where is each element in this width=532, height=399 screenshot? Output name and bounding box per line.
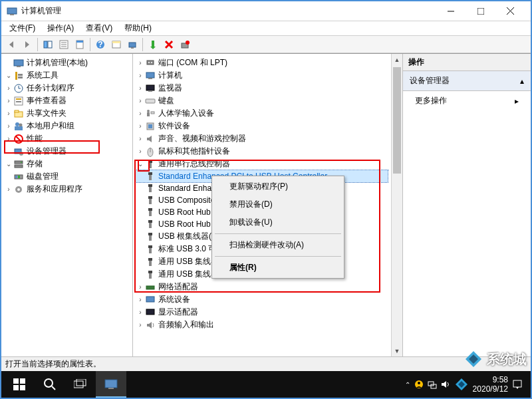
dev-software[interactable]: ›软件设备 xyxy=(136,120,388,132)
svg-rect-29 xyxy=(17,66,21,67)
dev-ports[interactable]: ›端口 (COM 和 LPT) xyxy=(136,57,388,69)
menu-help[interactable]: 帮助(H) xyxy=(119,21,157,35)
svg-rect-88 xyxy=(148,258,152,261)
tree-performance[interactable]: ›性能 xyxy=(4,132,130,145)
dev-keyboard[interactable]: ›键盘 xyxy=(136,94,388,107)
scrollbar[interactable]: ▲ ▼ xyxy=(391,54,402,356)
svg-rect-38 xyxy=(16,101,21,102)
start-button[interactable] xyxy=(4,371,35,398)
tree-system-tools[interactable]: ⌄系统工具 xyxy=(4,69,130,82)
dev-system[interactable]: ›系统设备 xyxy=(136,293,388,306)
dev-monitor[interactable]: ›监视器 xyxy=(136,82,388,94)
dev-audio[interactable]: ›音频输入和输出 xyxy=(136,319,388,331)
minimize-button[interactable] xyxy=(436,2,466,21)
tree-device-manager[interactable]: 设备管理器 xyxy=(4,145,130,158)
menu-view[interactable]: 查看(V) xyxy=(80,21,118,35)
scan-hardware-button[interactable] xyxy=(125,37,140,52)
tree-task-scheduler[interactable]: ›任务计划程序 xyxy=(4,82,130,94)
forward-button[interactable] xyxy=(20,37,35,52)
disable-button[interactable] xyxy=(162,37,176,52)
app-icon xyxy=(7,6,17,17)
svg-rect-99 xyxy=(20,385,25,390)
help-button[interactable]: ? xyxy=(93,37,108,52)
svg-rect-28 xyxy=(14,60,23,66)
ctx-properties[interactable]: 属性(R) xyxy=(213,259,342,277)
svg-rect-49 xyxy=(15,165,23,168)
svg-rect-32 xyxy=(18,76,23,78)
enable-button[interactable] xyxy=(146,37,160,52)
tree-shared-folders[interactable]: ›共享文件夹 xyxy=(4,107,130,120)
properties-button[interactable] xyxy=(57,37,71,52)
ctx-scan-hardware[interactable]: 扫描检测硬件改动(A) xyxy=(213,236,342,254)
taskbar: ⌃ 9:58 2020/9/12 xyxy=(1,371,531,398)
dev-hid[interactable]: ›人体学输入设备 xyxy=(136,107,388,120)
svg-marker-114 xyxy=(516,387,519,389)
svg-rect-92 xyxy=(146,286,154,289)
svg-rect-82 xyxy=(148,220,152,223)
svg-rect-85 xyxy=(149,235,152,241)
scroll-thumb[interactable] xyxy=(393,67,401,174)
tree-services-apps[interactable]: ›服务和应用程序 xyxy=(4,183,130,196)
search-button[interactable] xyxy=(35,371,65,398)
actions-section[interactable]: 设备管理器 ▴ xyxy=(403,71,531,91)
dev-sound[interactable]: ›声音、视频和游戏控制器 xyxy=(136,132,388,145)
svg-rect-86 xyxy=(148,245,152,248)
menu-file[interactable]: 文件(F) xyxy=(4,21,41,35)
svg-marker-69 xyxy=(147,136,152,142)
task-view-button[interactable] xyxy=(65,371,96,398)
menu-action[interactable]: 操作(A) xyxy=(42,21,79,35)
main-area: 计算机管理(本地) ⌄系统工具 ›任务计划程序 ›事件查看器 ›共享文件夹 ›本… xyxy=(1,53,531,356)
scroll-up-icon[interactable]: ▲ xyxy=(392,54,402,65)
svg-rect-105 xyxy=(108,388,114,389)
collapse-icon[interactable]: ▴ xyxy=(520,76,524,86)
tray-network-icon[interactable] xyxy=(428,380,437,389)
tray-up-icon[interactable]: ⌃ xyxy=(405,381,410,388)
scroll-down-icon[interactable]: ▼ xyxy=(392,345,402,356)
tray-user-icon[interactable] xyxy=(414,380,424,389)
ctx-uninstall[interactable]: 卸载设备(U) xyxy=(213,213,342,231)
svg-rect-1 xyxy=(10,14,14,15)
dev-computer[interactable]: ›计算机 xyxy=(136,69,388,82)
svg-rect-20 xyxy=(129,43,136,47)
taskbar-clock[interactable]: 9:58 2020/9/12 xyxy=(473,375,508,394)
tree-storage[interactable]: ⌄存储 xyxy=(4,158,130,170)
svg-point-64 xyxy=(147,110,150,112)
dev-network[interactable]: ›网络适配器 xyxy=(136,281,388,293)
dev-usb-controllers[interactable]: ⌄通用串行总线控制器 xyxy=(136,158,388,170)
close-button[interactable] xyxy=(495,2,525,21)
show-hide-button[interactable] xyxy=(41,37,55,52)
svg-rect-76 xyxy=(148,184,152,187)
svg-rect-102 xyxy=(74,381,83,388)
tray-volume-icon[interactable] xyxy=(441,380,450,389)
tree-disk-management[interactable]: 磁盘管理 xyxy=(4,170,130,183)
notifications-icon[interactable] xyxy=(512,379,523,390)
ctx-update-driver[interactable]: 更新驱动程序(P) xyxy=(213,178,342,196)
maximize-button[interactable] xyxy=(466,2,495,21)
ctx-disable[interactable]: 禁用设备(D) xyxy=(213,196,342,213)
uninstall-button[interactable] xyxy=(178,37,192,52)
svg-rect-53 xyxy=(18,176,20,178)
svg-rect-0 xyxy=(7,8,17,14)
svg-rect-77 xyxy=(149,187,152,192)
tree-root[interactable]: 计算机管理(本地) xyxy=(4,57,130,69)
view-button[interactable] xyxy=(109,37,124,52)
svg-rect-96 xyxy=(13,378,19,384)
svg-rect-94 xyxy=(146,309,154,315)
svg-rect-22 xyxy=(152,41,154,47)
actions-more[interactable]: 更多操作 ▸ xyxy=(403,91,531,110)
svg-rect-97 xyxy=(20,378,25,384)
dev-display[interactable]: ›显示适配器 xyxy=(136,306,388,319)
toolbar: ? xyxy=(1,36,531,53)
svg-rect-103 xyxy=(76,379,86,386)
export-button[interactable] xyxy=(72,37,87,52)
svg-text:?: ? xyxy=(98,40,102,49)
back-button[interactable] xyxy=(4,37,19,52)
svg-rect-40 xyxy=(15,110,19,112)
tree-event-viewer[interactable]: ›事件查看器 xyxy=(4,94,130,107)
svg-marker-23 xyxy=(150,47,156,49)
svg-rect-52 xyxy=(15,176,17,178)
svg-rect-81 xyxy=(149,211,152,216)
dev-mouse[interactable]: ›鼠标和其他指针设备 xyxy=(136,145,388,158)
taskbar-app[interactable] xyxy=(96,371,126,398)
tree-local-users[interactable]: ›本地用户和组 xyxy=(4,120,130,132)
